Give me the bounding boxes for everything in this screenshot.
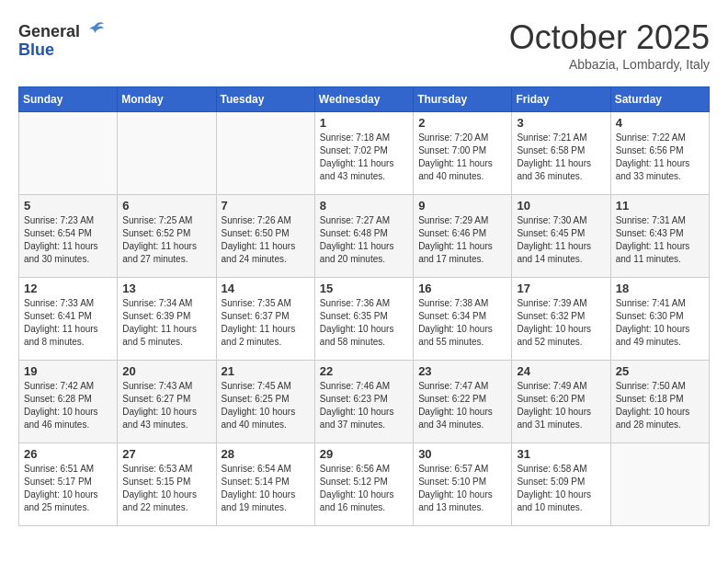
day-info: Sunrise: 7:25 AM Sunset: 6:52 PM Dayligh… <box>122 214 210 266</box>
day-info: Sunrise: 7:39 AM Sunset: 6:32 PM Dayligh… <box>517 297 605 349</box>
week-row-5: 26Sunrise: 6:51 AM Sunset: 5:17 PM Dayli… <box>19 443 710 526</box>
day-number: 17 <box>517 282 605 295</box>
title-section: October 2025 Abbazia, Lombardy, Italy <box>509 18 710 72</box>
day-number: 29 <box>320 447 408 461</box>
day-info: Sunrise: 7:34 AM Sunset: 6:39 PM Dayligh… <box>122 297 210 349</box>
day-number: 22 <box>320 364 408 378</box>
calendar-cell: 22Sunrise: 7:46 AM Sunset: 6:23 PM Dayli… <box>314 361 413 443</box>
calendar-cell <box>610 443 709 526</box>
calendar-cell: 1Sunrise: 7:18 AM Sunset: 7:02 PM Daylig… <box>314 112 413 195</box>
day-info: Sunrise: 7:43 AM Sunset: 6:27 PM Dayligh… <box>122 380 210 431</box>
day-number: 15 <box>320 282 408 295</box>
day-info: Sunrise: 6:51 AM Sunset: 5:17 PM Dayligh… <box>24 463 112 514</box>
calendar-cell: 25Sunrise: 7:50 AM Sunset: 6:18 PM Dayli… <box>610 361 709 443</box>
calendar-cell: 7Sunrise: 7:26 AM Sunset: 6:50 PM Daylig… <box>216 195 314 278</box>
day-info: Sunrise: 7:38 AM Sunset: 6:34 PM Dayligh… <box>418 297 506 349</box>
month-title: October 2025 <box>509 18 710 57</box>
day-info: Sunrise: 6:53 AM Sunset: 5:15 PM Dayligh… <box>122 463 210 514</box>
day-number: 2 <box>418 116 506 130</box>
day-info: Sunrise: 7:47 AM Sunset: 6:22 PM Dayligh… <box>418 380 506 431</box>
day-number: 20 <box>122 364 210 378</box>
day-number: 31 <box>517 447 605 461</box>
calendar-cell: 27Sunrise: 6:53 AM Sunset: 5:15 PM Dayli… <box>118 443 216 526</box>
calendar-cell: 16Sunrise: 7:38 AM Sunset: 6:34 PM Dayli… <box>414 278 512 361</box>
calendar-cell: 18Sunrise: 7:41 AM Sunset: 6:30 PM Dayli… <box>610 278 709 361</box>
logo: General Blue <box>18 18 108 60</box>
location-subtitle: Abbazia, Lombardy, Italy <box>509 57 710 72</box>
day-info: Sunrise: 7:22 AM Sunset: 6:56 PM Dayligh… <box>616 132 704 183</box>
day-info: Sunrise: 7:41 AM Sunset: 6:30 PM Dayligh… <box>616 297 704 349</box>
logo-bird-icon <box>82 18 108 44</box>
calendar-cell: 4Sunrise: 7:22 AM Sunset: 6:56 PM Daylig… <box>610 112 709 195</box>
weekday-header-monday: Monday <box>118 87 216 112</box>
day-number: 25 <box>616 364 704 378</box>
calendar-cell: 9Sunrise: 7:29 AM Sunset: 6:46 PM Daylig… <box>414 195 512 278</box>
day-number: 9 <box>418 199 506 213</box>
calendar-cell: 23Sunrise: 7:47 AM Sunset: 6:22 PM Dayli… <box>414 361 512 443</box>
calendar-table: SundayMondayTuesdayWednesdayThursdayFrid… <box>18 86 710 526</box>
day-info: Sunrise: 7:42 AM Sunset: 6:28 PM Dayligh… <box>24 380 112 431</box>
calendar-cell: 28Sunrise: 6:54 AM Sunset: 5:14 PM Dayli… <box>216 443 314 526</box>
calendar-cell: 13Sunrise: 7:34 AM Sunset: 6:39 PM Dayli… <box>118 278 216 361</box>
day-number: 27 <box>122 447 210 461</box>
weekday-header-thursday: Thursday <box>414 87 512 112</box>
calendar-cell: 15Sunrise: 7:36 AM Sunset: 6:35 PM Dayli… <box>314 278 413 361</box>
day-number: 8 <box>320 199 408 213</box>
page-header: General Blue October 2025 Abbazia, Lomba… <box>18 18 710 72</box>
day-number: 11 <box>616 199 704 213</box>
day-number: 3 <box>517 116 605 130</box>
day-info: Sunrise: 7:30 AM Sunset: 6:45 PM Dayligh… <box>517 214 605 266</box>
day-number: 30 <box>418 447 506 461</box>
day-info: Sunrise: 7:35 AM Sunset: 6:37 PM Dayligh… <box>222 297 310 349</box>
weekday-header-tuesday: Tuesday <box>216 87 314 112</box>
weekday-header-wednesday: Wednesday <box>314 87 413 112</box>
day-info: Sunrise: 7:50 AM Sunset: 6:18 PM Dayligh… <box>616 380 704 431</box>
day-info: Sunrise: 7:23 AM Sunset: 6:54 PM Dayligh… <box>24 214 112 266</box>
day-number: 4 <box>616 116 704 130</box>
day-info: Sunrise: 7:45 AM Sunset: 6:25 PM Dayligh… <box>222 380 310 431</box>
day-number: 19 <box>24 364 112 378</box>
day-number: 7 <box>222 199 310 213</box>
day-info: Sunrise: 6:54 AM Sunset: 5:14 PM Dayligh… <box>222 463 310 514</box>
day-info: Sunrise: 7:29 AM Sunset: 6:46 PM Dayligh… <box>418 214 506 266</box>
day-info: Sunrise: 7:20 AM Sunset: 7:00 PM Dayligh… <box>418 132 506 183</box>
day-number: 24 <box>517 364 605 378</box>
calendar-cell: 24Sunrise: 7:49 AM Sunset: 6:20 PM Dayli… <box>512 361 610 443</box>
day-info: Sunrise: 7:31 AM Sunset: 6:43 PM Dayligh… <box>616 214 704 266</box>
calendar-cell: 17Sunrise: 7:39 AM Sunset: 6:32 PM Dayli… <box>512 278 610 361</box>
day-info: Sunrise: 6:57 AM Sunset: 5:10 PM Dayligh… <box>418 463 506 514</box>
calendar-cell: 12Sunrise: 7:33 AM Sunset: 6:41 PM Dayli… <box>19 278 118 361</box>
week-row-4: 19Sunrise: 7:42 AM Sunset: 6:28 PM Dayli… <box>19 361 710 443</box>
logo-text-general: General <box>18 22 80 41</box>
day-number: 16 <box>418 282 506 295</box>
calendar-cell <box>19 112 118 195</box>
day-number: 28 <box>222 447 310 461</box>
calendar-cell: 14Sunrise: 7:35 AM Sunset: 6:37 PM Dayli… <box>216 278 314 361</box>
logo-text-blue: Blue <box>18 40 54 60</box>
calendar-cell: 10Sunrise: 7:30 AM Sunset: 6:45 PM Dayli… <box>512 195 610 278</box>
calendar-cell: 8Sunrise: 7:27 AM Sunset: 6:48 PM Daylig… <box>314 195 413 278</box>
day-number: 18 <box>616 282 704 295</box>
day-number: 5 <box>24 199 112 213</box>
day-number: 13 <box>122 282 210 295</box>
day-info: Sunrise: 7:26 AM Sunset: 6:50 PM Dayligh… <box>222 214 310 266</box>
day-number: 26 <box>24 447 112 461</box>
calendar-cell: 2Sunrise: 7:20 AM Sunset: 7:00 PM Daylig… <box>414 112 512 195</box>
day-number: 6 <box>122 199 210 213</box>
weekday-header-saturday: Saturday <box>610 87 709 112</box>
weekday-header-row: SundayMondayTuesdayWednesdayThursdayFrid… <box>19 87 710 112</box>
day-info: Sunrise: 7:18 AM Sunset: 7:02 PM Dayligh… <box>320 132 408 183</box>
day-info: Sunrise: 7:21 AM Sunset: 6:58 PM Dayligh… <box>517 132 605 183</box>
day-info: Sunrise: 7:27 AM Sunset: 6:48 PM Dayligh… <box>320 214 408 266</box>
calendar-cell: 21Sunrise: 7:45 AM Sunset: 6:25 PM Dayli… <box>216 361 314 443</box>
calendar-cell: 29Sunrise: 6:56 AM Sunset: 5:12 PM Dayli… <box>314 443 413 526</box>
day-number: 1 <box>320 116 408 130</box>
weekday-header-sunday: Sunday <box>19 87 118 112</box>
day-info: Sunrise: 7:46 AM Sunset: 6:23 PM Dayligh… <box>320 380 408 431</box>
calendar-cell <box>118 112 216 195</box>
calendar-cell <box>216 112 314 195</box>
calendar-cell: 3Sunrise: 7:21 AM Sunset: 6:58 PM Daylig… <box>512 112 610 195</box>
day-info: Sunrise: 7:49 AM Sunset: 6:20 PM Dayligh… <box>517 380 605 431</box>
calendar-cell: 31Sunrise: 6:58 AM Sunset: 5:09 PM Dayli… <box>512 443 610 526</box>
week-row-1: 1Sunrise: 7:18 AM Sunset: 7:02 PM Daylig… <box>19 112 710 195</box>
